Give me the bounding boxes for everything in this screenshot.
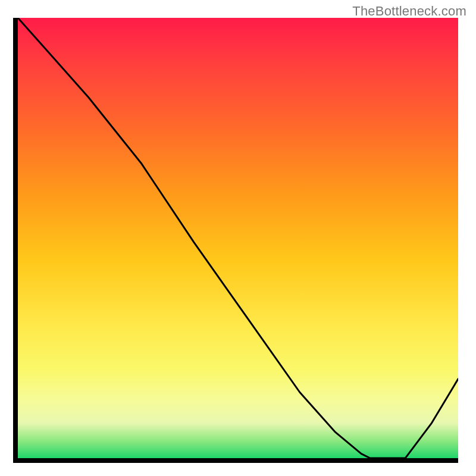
- chart-background-gradient: [18, 18, 458, 458]
- x-axis: [18, 458, 458, 463]
- y-axis: [13, 18, 18, 463]
- watermark-source: TheBottleneck.com: [352, 4, 466, 19]
